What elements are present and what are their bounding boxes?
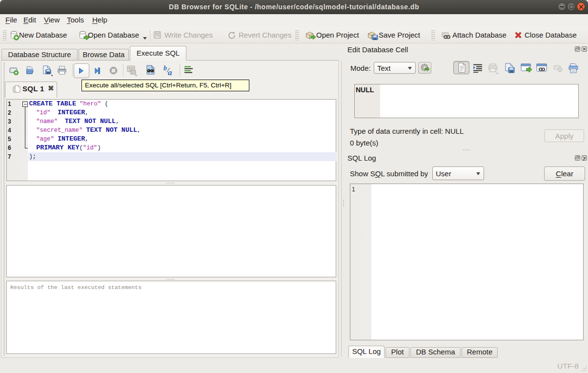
svg-text:b: b: [163, 64, 167, 72]
svg-text:a: a: [168, 68, 172, 76]
